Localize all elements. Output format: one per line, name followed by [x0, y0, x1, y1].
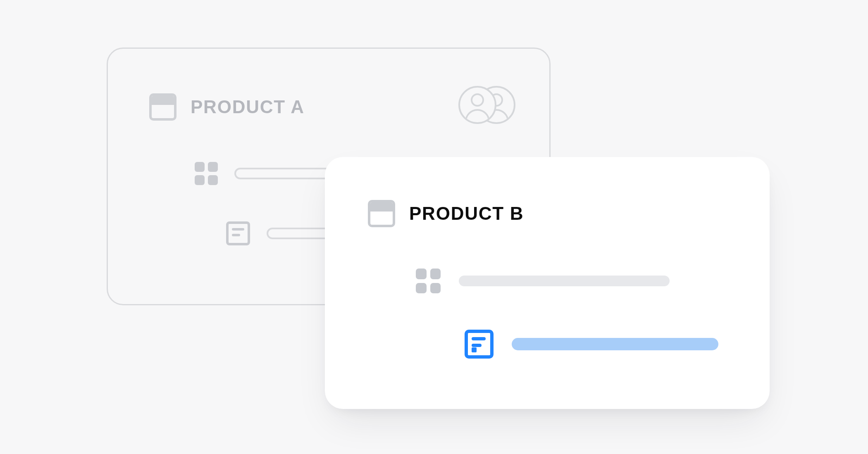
grid-icon — [195, 162, 218, 185]
grid-icon — [416, 269, 441, 293]
placeholder-line-active — [512, 338, 718, 350]
card-b-title: PRODUCT B — [409, 203, 524, 224]
card-b-header: PRODUCT B — [368, 200, 524, 227]
document-icon — [226, 221, 250, 245]
collaborator-avatars — [458, 86, 512, 126]
document-icon — [465, 330, 494, 359]
window-icon — [149, 93, 176, 121]
product-card-b: PRODUCT B — [325, 157, 770, 409]
card-a-header: PRODUCT A — [149, 93, 305, 121]
card-a-title: PRODUCT A — [191, 97, 305, 117]
card-b-row — [416, 269, 670, 293]
window-icon — [368, 200, 395, 227]
card-b-row-active — [465, 330, 718, 359]
avatar-icon — [458, 86, 496, 124]
placeholder-line — [459, 276, 670, 286]
